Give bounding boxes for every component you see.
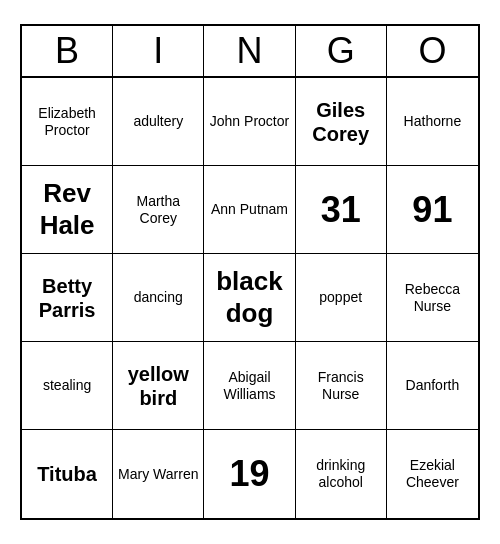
bingo-cell: Danforth bbox=[387, 342, 478, 430]
bingo-cell: Martha Corey bbox=[113, 166, 204, 254]
bingo-cell: Elizabeth Proctor bbox=[22, 78, 113, 166]
bingo-cell: Francis Nurse bbox=[296, 342, 387, 430]
bingo-cell: adultery bbox=[113, 78, 204, 166]
header-letter: I bbox=[113, 26, 204, 76]
bingo-cell: Ann Putnam bbox=[204, 166, 295, 254]
bingo-cell: Hathorne bbox=[387, 78, 478, 166]
bingo-cell: yellow bird bbox=[113, 342, 204, 430]
bingo-cell: dancing bbox=[113, 254, 204, 342]
bingo-cell: Mary Warren bbox=[113, 430, 204, 518]
bingo-cell: drinking alcohol bbox=[296, 430, 387, 518]
bingo-cell: poppet bbox=[296, 254, 387, 342]
bingo-cell: black dog bbox=[204, 254, 295, 342]
header-letter: O bbox=[387, 26, 478, 76]
bingo-grid: Elizabeth ProctoradulteryJohn ProctorGil… bbox=[22, 78, 478, 518]
bingo-cell: 31 bbox=[296, 166, 387, 254]
bingo-card: BINGO Elizabeth ProctoradulteryJohn Proc… bbox=[20, 24, 480, 520]
header-letter: G bbox=[296, 26, 387, 76]
bingo-cell: 19 bbox=[204, 430, 295, 518]
bingo-cell: Ezekial Cheever bbox=[387, 430, 478, 518]
bingo-cell: Rebecca Nurse bbox=[387, 254, 478, 342]
bingo-cell: Rev Hale bbox=[22, 166, 113, 254]
bingo-cell: Giles Corey bbox=[296, 78, 387, 166]
bingo-cell: Tituba bbox=[22, 430, 113, 518]
bingo-cell: Betty Parris bbox=[22, 254, 113, 342]
header-letter: B bbox=[22, 26, 113, 76]
bingo-cell: Abigail Williams bbox=[204, 342, 295, 430]
bingo-cell: stealing bbox=[22, 342, 113, 430]
bingo-header: BINGO bbox=[22, 26, 478, 78]
bingo-cell: 91 bbox=[387, 166, 478, 254]
header-letter: N bbox=[204, 26, 295, 76]
bingo-cell: John Proctor bbox=[204, 78, 295, 166]
